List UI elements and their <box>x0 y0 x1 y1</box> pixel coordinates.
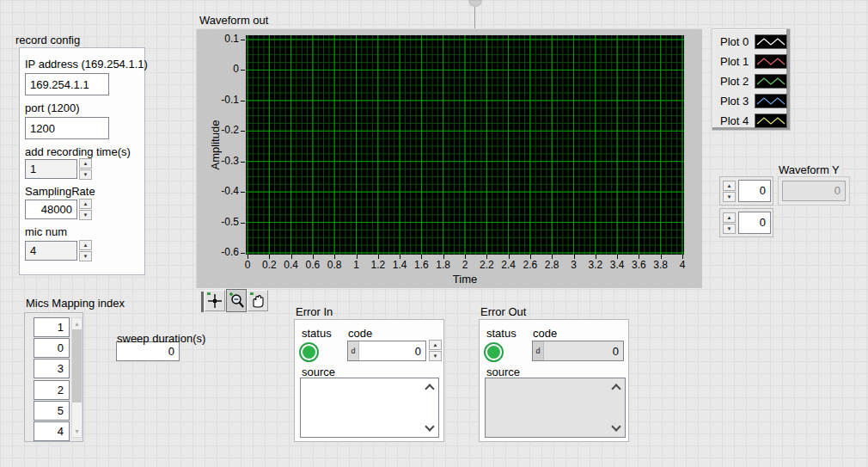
increment-button[interactable]: ▲ <box>79 240 92 250</box>
pan-tool-button[interactable] <box>248 290 268 311</box>
waveform-y-indicator: 0 <box>782 181 846 201</box>
code-label: code <box>348 327 372 340</box>
x-tick-mark <box>617 255 618 259</box>
x-tick-mark <box>421 255 422 259</box>
x-tick-mark <box>313 255 314 259</box>
array-cell[interactable]: 2 <box>34 380 70 400</box>
record-config-title: record config <box>15 34 80 46</box>
legend-item[interactable]: Plot 3 <box>712 91 790 111</box>
chevron-down-icon[interactable] <box>425 421 434 431</box>
scrollbar-thumb[interactable] <box>72 329 82 402</box>
plot-swatch[interactable] <box>755 94 787 108</box>
cursor-tool-button[interactable] <box>205 290 225 311</box>
decrement-button[interactable]: ▼ <box>723 224 736 234</box>
chevron-up-icon[interactable] <box>425 384 434 393</box>
array-cell[interactable]: 4 <box>34 421 70 441</box>
legend-item[interactable]: Plot 0 <box>712 32 790 52</box>
decrement-button[interactable]: ▼ <box>79 210 92 220</box>
chevron-up-icon[interactable] <box>611 384 620 393</box>
increment-button[interactable]: ▲ <box>79 199 92 209</box>
legend-item[interactable]: Plot 2 <box>712 71 790 91</box>
ip-address-label: IP address (169.254.1.1) <box>25 58 148 71</box>
y-tick-label: -0.1 <box>205 94 239 106</box>
x-tick-mark <box>465 255 466 259</box>
legend-item[interactable]: Plot 1 <box>712 52 790 71</box>
y-tick-mark <box>241 253 245 254</box>
increment-button[interactable]: ▲ <box>429 340 442 350</box>
chart-grid <box>246 35 684 255</box>
pane-splitter-handle[interactable] <box>468 0 482 7</box>
ip-address-field[interactable]: 169.254.1.1 <box>25 73 109 95</box>
scroll-down-arrow[interactable]: ▼ <box>72 426 82 437</box>
spinner: ▲ ▼ <box>723 181 736 202</box>
increment-button[interactable]: ▲ <box>79 158 92 169</box>
waveform-y-indicator-frame: 0 <box>778 176 850 206</box>
status-led[interactable] <box>299 342 319 362</box>
plot-swatch[interactable] <box>755 74 787 89</box>
waveform-y-control-1: ▲ ▼ 0 <box>719 176 773 206</box>
x-tick-mark <box>552 255 553 259</box>
x-tick-mark <box>334 255 335 259</box>
x-axis-label: Time <box>246 273 684 286</box>
x-tick-mark <box>682 255 683 259</box>
plot-label: Plot 1 <box>720 55 752 68</box>
y-tick-label: -0.3 <box>205 155 239 167</box>
labview-front-panel: record config IP address (169.254.1.1) 1… <box>0 0 868 467</box>
x-tick-mark <box>378 255 379 259</box>
x-tick-mark <box>530 255 531 259</box>
status-label: status <box>486 327 517 340</box>
x-tick-mark <box>509 255 510 259</box>
numeric-field[interactable]: 0 <box>738 212 771 234</box>
decrement-button[interactable]: ▼ <box>723 192 736 202</box>
x-tick-mark <box>291 255 292 259</box>
chart-plot-area[interactable] <box>246 35 684 255</box>
y-tick-label: -0.4 <box>205 185 239 197</box>
x-tick-mark <box>661 255 662 259</box>
decrement-button[interactable]: ▼ <box>429 351 442 361</box>
sampling-rate-field[interactable]: 48000 <box>25 200 77 219</box>
tool-indicator <box>207 292 211 295</box>
increment-button[interactable]: ▲ <box>723 181 736 191</box>
x-tick-mark <box>486 255 487 259</box>
error-in-code-field[interactable]: d 0 <box>347 341 426 361</box>
decrement-button[interactable]: ▼ <box>79 169 92 180</box>
error-out-title: Error Out <box>480 305 526 318</box>
legend-item[interactable]: Plot 4 <box>712 111 790 131</box>
x-tick-mark <box>596 255 596 259</box>
port-field[interactable]: 1200 <box>25 117 109 139</box>
magnifier-icon <box>227 290 246 311</box>
array-cell[interactable]: 1 <box>34 317 70 337</box>
array-cell[interactable]: 5 <box>34 401 70 421</box>
sampling-rate-spinner: ▲ ▼ <box>79 199 92 220</box>
error-in-title: Error In <box>296 305 333 318</box>
code-value[interactable]: 0 <box>359 345 425 358</box>
array-cell[interactable]: 3 <box>34 359 70 378</box>
mic-num-spinner: ▲ ▼ <box>79 240 92 261</box>
x-tick-mark <box>248 255 248 259</box>
scroll-up-arrow[interactable]: ▲ <box>72 318 82 329</box>
mic-num-field[interactable]: 4 <box>25 241 77 261</box>
array-cell[interactable]: 0 <box>34 338 70 358</box>
plot-swatch[interactable] <box>755 114 787 128</box>
y-tick-mark <box>241 192 245 193</box>
radix-indicator[interactable]: d <box>348 341 359 360</box>
plot-swatch[interactable] <box>755 34 787 49</box>
recording-time-field[interactable]: 1 <box>25 159 77 179</box>
plot-swatch[interactable] <box>755 54 787 69</box>
zoom-tool-button[interactable] <box>226 289 247 312</box>
plot-label: Plot 4 <box>720 114 752 127</box>
x-tick-mark <box>639 255 639 259</box>
led-core <box>303 346 315 359</box>
chevron-down-icon[interactable] <box>611 421 620 431</box>
numeric-field[interactable]: 0 <box>738 180 771 202</box>
increment-button[interactable]: ▲ <box>723 212 736 223</box>
y-tick-mark <box>241 40 245 40</box>
y-tick-label: -0.2 <box>205 124 239 136</box>
port-label: port (1200) <box>25 101 80 114</box>
code-value: 0 <box>544 345 623 358</box>
error-in-source-field[interactable] <box>300 378 439 438</box>
status-led <box>484 342 504 362</box>
y-tick-mark <box>241 131 245 132</box>
code-label: code <box>533 327 557 340</box>
decrement-button[interactable]: ▼ <box>79 251 92 261</box>
